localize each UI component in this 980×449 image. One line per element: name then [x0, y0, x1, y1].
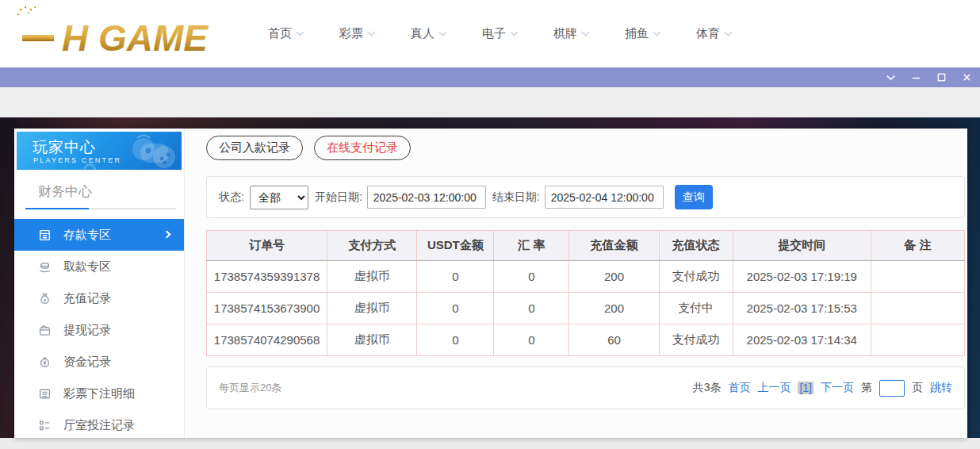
sidebar-header: 玩家中心 PLAYERS CENTER [17, 132, 182, 170]
nav-label: 彩票 [339, 26, 363, 41]
cell-submit-time: 2025-02-03 17:15:53 [733, 293, 871, 324]
sidebar-item-label: 彩票下注明细 [63, 386, 135, 401]
recharge-record-icon [38, 292, 52, 305]
sidebar: 玩家中心 PLAYERS CENTER [14, 129, 185, 438]
pager: 共3条 首页 上一页 [1] 下一页 第 页 跳转 [693, 380, 952, 397]
sidebar-item-deposit[interactable]: 存款专区 [14, 219, 184, 251]
nav-label: 首页 [268, 26, 292, 41]
query-button[interactable]: 查询 [675, 185, 713, 209]
sidebar-item-label: 取款专区 [63, 259, 111, 274]
logo-graphic: H GAME [11, 5, 227, 60]
jump-prefix: 第 [861, 381, 872, 395]
column-exchange-rate: 汇 率 [494, 231, 569, 261]
cell-payment-method: 虚拟币 [327, 261, 417, 293]
sidebar-item-label: 充值记录 [63, 291, 111, 306]
sidebar-item-funds-record[interactable]: 资金记录 [14, 346, 184, 378]
records-table: 订单号 支付方式 USDT金额 汇 率 充值金额 充值状态 提交时间 备 注 1… [206, 230, 965, 356]
cell-exchange-rate: 0 [494, 324, 569, 356]
window-maximize-icon[interactable] [935, 71, 948, 84]
page-size-text: 每页显示20条 [219, 381, 281, 395]
cell-order-no: 1738574074290568 [207, 324, 327, 356]
sidebar-item-label: 厅室投注记录 [63, 418, 135, 433]
withdrawal-record-icon [38, 324, 52, 337]
chevron-down-icon [439, 29, 447, 36]
chevron-down-icon [725, 29, 733, 36]
sidebar-item-label: 提现记录 [63, 323, 111, 338]
end-date-input[interactable] [545, 186, 664, 209]
chevron-down-icon [297, 29, 304, 36]
cell-payment-method: 虚拟币 [327, 324, 417, 356]
nav-item-slots[interactable]: 电子 [482, 26, 517, 41]
first-page-link[interactable]: 首页 [728, 381, 750, 395]
cell-recharge-status: 支付成功 [659, 261, 733, 293]
cell-order-no: 1738574153673900 [207, 293, 327, 324]
start-date-input[interactable] [367, 186, 486, 209]
cell-submit-time: 2025-02-03 17:19:19 [733, 261, 871, 293]
chevron-down-icon [582, 29, 590, 36]
tab-online-payment-records[interactable]: 在线支付记录 [314, 136, 411, 160]
main-nav: 首页 彩票 真人 电子 棋牌 捕鱼 [268, 0, 731, 67]
end-date-label: 结束日期: [492, 190, 540, 205]
nav-label: 捕鱼 [625, 26, 649, 41]
sidebar-item-label: 存款专区 [63, 228, 111, 243]
cell-usdt-amount: 0 [417, 261, 494, 293]
cell-exchange-rate: 0 [494, 293, 569, 324]
nav-label: 真人 [411, 26, 434, 41]
jump-suffix: 页 [912, 381, 923, 395]
column-usdt-amount: USDT金额 [417, 231, 494, 261]
content-area: 公司入款记录 在线支付记录 状态: 全部 开始日期: 结束日期: 查询 [186, 129, 967, 438]
window-minimize-icon[interactable] [909, 71, 923, 84]
start-date-label: 开始日期: [315, 190, 362, 205]
sidebar-item-label: 资金记录 [63, 355, 111, 370]
main-panel: 玩家中心 PLAYERS CENTER [14, 129, 967, 438]
nav-item-home[interactable]: 首页 [268, 26, 303, 41]
nav-item-lottery[interactable]: 彩票 [339, 26, 374, 41]
chevron-down-icon [511, 29, 519, 36]
jump-link[interactable]: 跳转 [930, 381, 952, 395]
sidebar-item-hall-bets[interactable]: 厅室投注记录 [14, 409, 184, 441]
table-row: 1738574359391378 虚拟币 0 0 200 支付成功 2025-0… [207, 261, 965, 293]
gray-band [0, 87, 980, 117]
sidebar-item-recharge-record[interactable]: 充值记录 [14, 282, 184, 314]
nav-item-live[interactable]: 真人 [411, 26, 446, 41]
sidebar-section-title: 财务中心 [38, 182, 184, 201]
chevron-right-icon [163, 231, 171, 239]
lottery-bets-icon [38, 387, 52, 401]
cell-order-no: 1738574359391378 [207, 261, 327, 293]
cell-recharge-status: 支付中 [659, 293, 733, 324]
nav-item-cards[interactable]: 棋牌 [553, 26, 588, 41]
cell-recharge-status: 支付成功 [659, 324, 733, 356]
page: H GAME 首页 彩票 真人 电子 棋牌 [0, 0, 980, 449]
logo-striped-h [22, 13, 54, 59]
cell-usdt-amount: 0 [417, 324, 494, 356]
cell-submit-time: 2025-02-03 17:14:34 [733, 324, 871, 356]
tab-company-deposit-records[interactable]: 公司入款记录 [206, 136, 303, 160]
top-header: H GAME 首页 彩票 真人 电子 棋牌 [0, 0, 980, 67]
hall-bets-icon [38, 419, 52, 432]
column-order-no: 订单号 [207, 231, 327, 261]
sidebar-item-withdrawal-record[interactable]: 提现记录 [14, 314, 184, 346]
window-chevron-down-icon[interactable] [884, 71, 898, 84]
next-page-link[interactable]: 下一页 [821, 381, 854, 395]
status-select[interactable]: 全部 [250, 186, 308, 209]
window-close-icon[interactable] [960, 71, 974, 84]
table-row: 1738574074290568 虚拟币 0 0 60 支付成功 2025-02… [207, 324, 965, 356]
prev-page-link[interactable]: 上一页 [757, 381, 791, 395]
cell-recharge-amount: 200 [569, 293, 659, 324]
current-page: [1] [798, 382, 813, 394]
column-remark: 备 注 [871, 231, 964, 261]
cell-exchange-rate: 0 [494, 261, 569, 293]
nav-item-fishing[interactable]: 捕鱼 [625, 26, 660, 41]
nav-label: 体育 [696, 26, 720, 41]
window-titlebar [0, 67, 980, 87]
sidebar-item-withdraw[interactable]: 取款专区 [14, 251, 184, 282]
nav-item-sports[interactable]: 体育 [696, 26, 731, 41]
jump-page-input[interactable] [879, 380, 905, 397]
column-submit-time: 提交时间 [733, 231, 871, 261]
nav-label: 棋牌 [553, 26, 577, 41]
nav-label: 电子 [482, 26, 506, 41]
column-recharge-status: 充值状态 [659, 231, 733, 261]
column-payment-method: 支付方式 [327, 231, 417, 261]
sidebar-item-lottery-bets[interactable]: 彩票下注明细 [14, 378, 184, 409]
logo: H GAME [11, 5, 227, 63]
